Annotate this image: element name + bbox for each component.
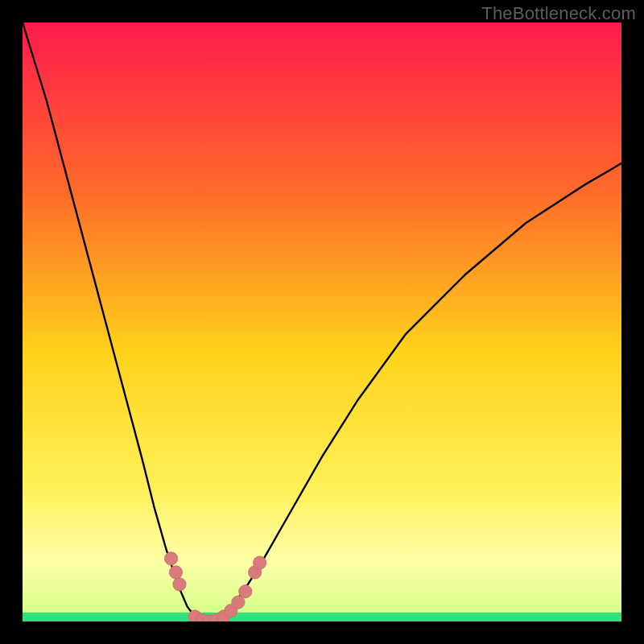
heat-background [23,23,621,621]
marker-dot [169,566,182,579]
marker-dot [253,556,266,569]
marker-dot [239,585,252,598]
marker-dot [164,552,177,565]
plot-area [23,23,621,621]
outer-frame: TheBottleneck.com [0,0,644,644]
marker-dot [173,578,186,591]
green-band [23,613,621,621]
watermark-text: TheBottleneck.com [481,3,636,24]
chart-svg [23,23,621,621]
